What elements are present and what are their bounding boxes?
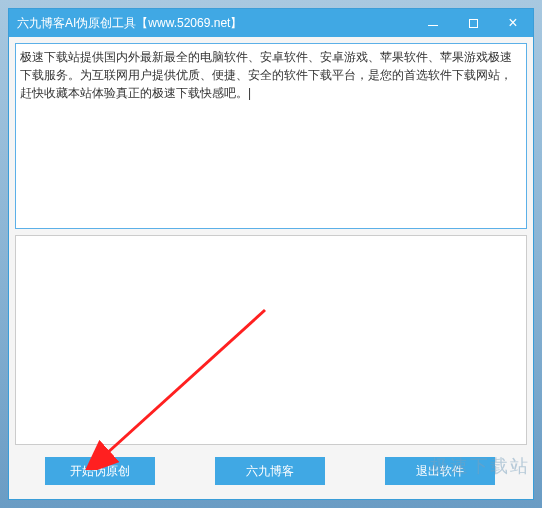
app-window: 六九博客AI伪原创工具【www.52069.net】 × 开始伪原创 六九博客 … bbox=[8, 8, 534, 500]
close-button[interactable]: × bbox=[493, 9, 533, 37]
blog-button[interactable]: 六九博客 bbox=[215, 457, 325, 485]
content-area: 开始伪原创 六九博客 退出软件 bbox=[9, 37, 533, 499]
button-row: 开始伪原创 六九博客 退出软件 bbox=[15, 451, 527, 493]
minimize-icon bbox=[428, 25, 438, 26]
start-pseudo-original-button[interactable]: 开始伪原创 bbox=[45, 457, 155, 485]
maximize-icon bbox=[469, 19, 478, 28]
window-title: 六九博客AI伪原创工具【www.52069.net】 bbox=[17, 15, 242, 32]
result-text-output[interactable] bbox=[15, 235, 527, 445]
minimize-button[interactable] bbox=[413, 9, 453, 37]
exit-button[interactable]: 退出软件 bbox=[385, 457, 495, 485]
titlebar: 六九博客AI伪原创工具【www.52069.net】 × bbox=[9, 9, 533, 37]
close-icon: × bbox=[508, 15, 517, 31]
maximize-button[interactable] bbox=[453, 9, 493, 37]
window-controls: × bbox=[413, 9, 533, 37]
source-text-input[interactable] bbox=[15, 43, 527, 229]
